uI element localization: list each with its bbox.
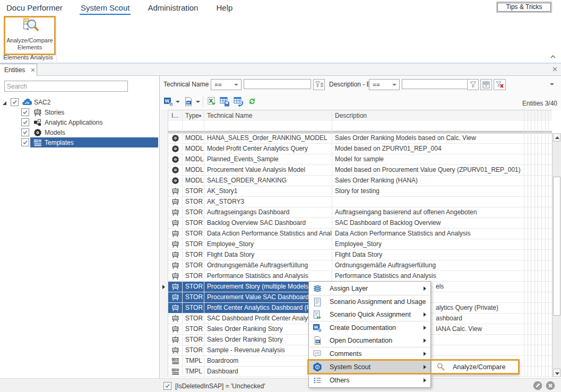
column-header-type[interactable]: Type: [185, 112, 199, 119]
layers-icon: [313, 284, 322, 293]
open-word-doc-dropdown-icon[interactable]: [196, 101, 200, 103]
tree-item-label: Stories: [45, 109, 64, 116]
type-cell: STOR: [185, 324, 204, 334]
context-menu-item-others[interactable]: Others: [309, 374, 430, 387]
grid-status-bar: [IsDeletedInSAP] = 'Unchecked': [0, 378, 561, 392]
create-word-doc-dropdown-icon[interactable]: [176, 101, 180, 103]
scenario-doc-icon: [313, 297, 322, 307]
vertical-scrollbar[interactable]: [552, 133, 561, 377]
table-row[interactable]: STORAK_STORY3: [160, 197, 552, 207]
tab-entities[interactable]: Entities ✕: [0, 64, 37, 76]
table-row[interactable]: STORAuftragseingangs DashboardAuftragsei…: [160, 207, 552, 218]
docu-performer-window: Docu PerformerSystem ScoutAdministration…: [0, 0, 561, 392]
analyze-compare-menu-item[interactable]: Analyze/Compare: [453, 363, 505, 371]
table-row[interactable]: MODLHANA_SALES_Order_RANKING_MODELSales …: [160, 133, 552, 144]
table-row[interactable]: STORBacklog Overview SAC DashboardSAC Da…: [160, 218, 552, 229]
column-header-description[interactable]: Description: [335, 112, 367, 119]
context-menu-item-comments[interactable]: Comments: [309, 347, 430, 360]
context-menu-item-assign-layer[interactable]: Assign Layer: [309, 282, 430, 295]
tree-checkbox[interactable]: [21, 138, 29, 146]
close-filter-icon[interactable]: [546, 381, 555, 390]
column-header-technical-name[interactable]: Technical Name: [207, 112, 252, 119]
menu-item-docu-performer[interactable]: Docu Performer: [5, 1, 64, 14]
tree-item-label: SAC2: [34, 99, 50, 106]
status-filter-checkbox[interactable]: [163, 382, 171, 390]
technical-name-cell: Performance Statistics and Analysis: [207, 271, 332, 281]
others-list-icon: [313, 376, 322, 385]
column-header-icon[interactable]: I...: [171, 112, 178, 119]
context-menu-item-scenario-assignment-and-usage[interactable]: Scenario Assignment and Usage: [309, 295, 430, 308]
table-row[interactable]: STORPerformance Statistics and AnalysisP…: [160, 271, 552, 282]
type-cell: STOR: [185, 239, 204, 249]
entities-sidebar: SAC2StoriesAnalytic ApplicationsModelsTe…: [0, 76, 160, 378]
scroll-up-button[interactable]: [553, 133, 560, 142]
export-excel-button[interactable]: [206, 96, 218, 107]
save-grid-layout-button[interactable]: [219, 96, 230, 107]
context-menu-item-system-scout[interactable]: System Scout: [309, 361, 430, 373]
context-menu-item-scenario-quick-assignment[interactable]: Scenario Quick Assignment: [309, 308, 430, 321]
analyze-compare-label-line2: Elements: [18, 44, 42, 51]
context-menu-item-label: Scenario Quick Assignment: [330, 311, 411, 318]
table-row[interactable]: MODLPlanned_Events_SampleModel for sampl…: [160, 154, 552, 165]
tab-close-icon[interactable]: ✕: [30, 67, 35, 74]
filter-field2-input[interactable]: [402, 79, 469, 89]
context-menu-item-label: Scenario Assignment and Usage: [330, 298, 426, 306]
context-menu-item-open-documentation[interactable]: Open Documentation: [309, 334, 430, 347]
tree-checkbox[interactable]: [21, 108, 29, 116]
open-word-doc-button[interactable]: [183, 96, 194, 107]
tree-checkbox[interactable]: [11, 98, 19, 106]
table-row[interactable]: MODLProcurement Value Analysis ModelMode…: [160, 165, 552, 176]
context-menu-item-create-documentation[interactable]: Create Documentation: [309, 321, 430, 334]
technical-name-cell: Ordnungsgemäße Auftragserfüllung: [207, 260, 332, 271]
tree-item-analytic-applications[interactable]: Analytic Applications: [0, 117, 159, 127]
status-filter-text: [IsDeletedInSAP] = 'Unchecked': [175, 382, 265, 390]
tree-item-templates[interactable]: Templates: [0, 137, 159, 147]
tree-item-sac2[interactable]: SAC2: [0, 97, 159, 107]
create-word-doc-button[interactable]: [162, 96, 174, 107]
table-row[interactable]: STORData Action Performance Statistics a…: [160, 229, 552, 239]
filter-row-dropdown-icon[interactable]: [550, 83, 554, 85]
refresh-button[interactable]: [246, 96, 258, 107]
filter-field1-label: Technical Name: [163, 81, 209, 88]
filter-menu-button[interactable]: [313, 79, 325, 90]
story-icon: [168, 186, 182, 196]
word-open-icon: [313, 336, 322, 345]
filter-field2-operator-select[interactable]: ==: [369, 79, 400, 90]
context-menu-item-label: Assign Layer: [330, 285, 368, 292]
table-row[interactable]: STORFlight Data StoryFlight Data Story: [160, 250, 552, 260]
menu-item-system-scout[interactable]: System Scout: [80, 1, 131, 14]
menu-item-administration[interactable]: Administration: [146, 1, 199, 14]
tree-checkbox[interactable]: [21, 128, 29, 136]
filter-field1-operator-select[interactable]: ==: [211, 79, 241, 90]
tree-expander-icon[interactable]: [2, 100, 7, 107]
table-row[interactable]: STORAK_Story1Story for testing: [160, 186, 552, 197]
filter-funnel-button[interactable]: [467, 79, 479, 90]
main-menubar: Docu PerformerSystem ScoutAdministration…: [0, 0, 234, 15]
context-menu-item-label: Open Documentation: [330, 337, 392, 344]
tips-and-tricks-button[interactable]: Tips & Tricks: [496, 2, 552, 13]
filter-field1-input[interactable]: [244, 79, 311, 89]
grid-auto-filter-row[interactable]: [160, 121, 552, 131]
scroll-down-button[interactable]: [553, 369, 560, 377]
clear-filter-button[interactable]: [494, 79, 506, 90]
table-row[interactable]: STOREmployee_StoryEmployee_Story: [160, 239, 552, 250]
analyze-compare-elements-button[interactable]: Analyze/Compare Elements: [4, 16, 56, 55]
type-cell: STOR: [185, 292, 204, 302]
type-cell: MODL: [185, 154, 204, 164]
table-row[interactable]: STOROrdnungsgemäße AuftragserfüllungOrdn…: [160, 260, 552, 271]
tree-checkbox[interactable]: [21, 118, 29, 126]
panel-close-icon[interactable]: ✕: [552, 66, 558, 73]
edit-filter-icon[interactable]: [533, 381, 542, 390]
menu-item-help[interactable]: Help: [215, 1, 234, 14]
ribbon-collapse-chevron-icon[interactable]: [550, 54, 557, 60]
tree-item-models[interactable]: Models: [0, 127, 159, 137]
search-input[interactable]: [4, 81, 128, 92]
scrollbar-thumb[interactable]: [553, 177, 560, 316]
story-icon: [168, 250, 182, 260]
table-row[interactable]: MODLSALES_ORDER_RANKINGSales Order Ranki…: [160, 176, 552, 186]
filter-editor-button[interactable]: [480, 79, 492, 90]
restore-grid-layout-button[interactable]: [232, 96, 244, 107]
table-row[interactable]: MODLModel Profit Center Analytics QueryM…: [160, 144, 552, 154]
tree-item-stories[interactable]: Stories: [0, 107, 159, 117]
story-icon: [168, 197, 182, 207]
